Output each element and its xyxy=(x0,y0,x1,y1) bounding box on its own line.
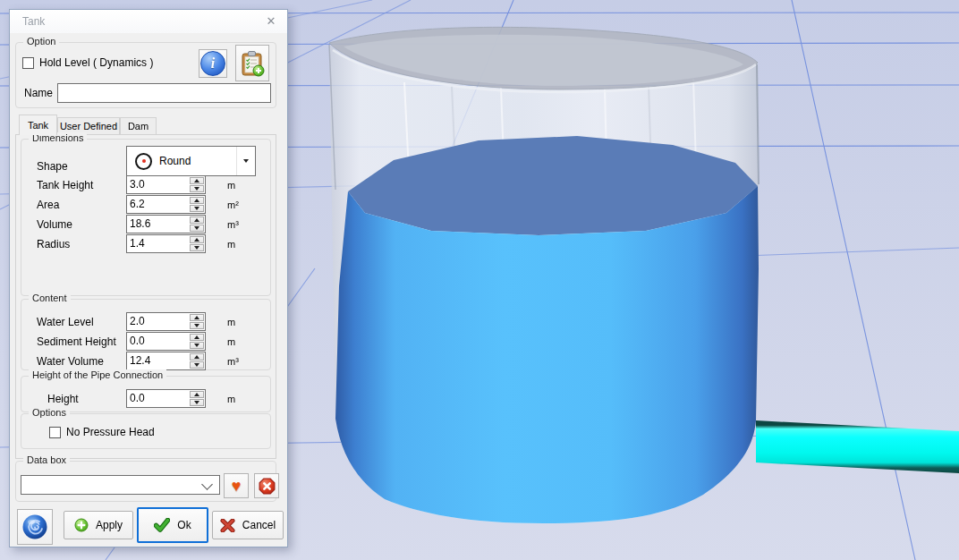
spin-down-icon[interactable] xyxy=(190,185,204,192)
no-pressure-head-checkbox[interactable] xyxy=(49,427,61,438)
globe-icon xyxy=(21,513,48,540)
water-body[interactable] xyxy=(335,186,759,523)
x-icon xyxy=(220,519,235,532)
heart-icon: ♥ xyxy=(232,478,242,494)
pipe-height-unit: m xyxy=(227,394,235,404)
radius-label: Radius xyxy=(37,238,70,250)
shape-dropdown[interactable]: Round xyxy=(126,146,256,176)
tank-height-label: Tank Height xyxy=(37,179,93,191)
water-level-unit: m xyxy=(227,317,235,327)
apply-button[interactable]: Apply xyxy=(64,511,133,539)
spin-down-icon[interactable] xyxy=(190,399,204,406)
spin-up-icon[interactable] xyxy=(190,314,204,321)
spin-down-icon[interactable] xyxy=(190,205,204,212)
dropdown-arrow-icon[interactable] xyxy=(236,147,255,175)
spin-up-icon[interactable] xyxy=(190,197,204,204)
radius-input[interactable]: 1.4 xyxy=(126,234,206,253)
pipe-connection-group-label: Height of the Pipe Connection xyxy=(29,369,166,380)
plus-icon xyxy=(74,518,89,532)
hold-level-checkbox[interactable] xyxy=(22,57,34,69)
radius-unit: m xyxy=(227,239,235,250)
dialog-titlebar[interactable]: Tank ✕ xyxy=(10,10,287,33)
cancel-button[interactable]: Cancel xyxy=(212,511,284,539)
tab-dam[interactable]: Dam xyxy=(120,117,157,135)
spin-up-icon[interactable] xyxy=(190,236,204,243)
tank-height-input[interactable]: 3.0 xyxy=(126,175,206,194)
water-volume-label: Water Volume xyxy=(37,355,104,368)
cancel-label: Cancel xyxy=(242,519,276,531)
spin-up-icon[interactable] xyxy=(190,216,204,224)
water-volume-input[interactable]: 12.4 xyxy=(126,352,206,370)
shape-value: Round xyxy=(159,155,236,167)
no-pressure-head-label: No Pressure Head xyxy=(66,426,155,438)
info-button[interactable]: i xyxy=(199,49,227,78)
databox-group-label: Data box xyxy=(23,454,70,465)
round-shape-icon xyxy=(135,153,152,170)
pipe-height-label: Height xyxy=(47,393,79,405)
area-input[interactable]: 6.2 xyxy=(126,195,206,214)
spin-down-icon[interactable] xyxy=(190,361,204,369)
name-label: Name xyxy=(24,87,53,99)
shape-label: Shape xyxy=(37,160,68,173)
close-icon[interactable]: ✕ xyxy=(263,13,279,30)
spin-up-icon[interactable] xyxy=(190,391,204,398)
check-icon xyxy=(154,518,170,532)
volume-label: Volume xyxy=(37,218,72,231)
clear-databox-button[interactable] xyxy=(254,473,279,498)
tank-height-unit: m xyxy=(227,180,235,191)
chevron-down-icon xyxy=(201,479,213,490)
volume-input[interactable]: 18.6 xyxy=(126,215,206,233)
spin-up-icon[interactable] xyxy=(190,353,204,361)
spin-up-icon[interactable] xyxy=(190,177,204,184)
area-label: Area xyxy=(37,199,59,211)
ok-button[interactable]: Ok xyxy=(137,507,208,543)
help-globe-button[interactable] xyxy=(17,509,53,545)
option-group-label: Option xyxy=(23,36,59,47)
add-report-button[interactable] xyxy=(235,45,269,81)
name-input[interactable] xyxy=(57,83,271,103)
application-window: Tank ✕ Option Hold Level ( Dynamics ) i xyxy=(0,0,959,560)
pipe-height-input[interactable]: 0.0 xyxy=(126,389,206,408)
databox-combobox[interactable] xyxy=(21,475,220,495)
hold-level-label: Hold Level ( Dynamics ) xyxy=(39,56,153,69)
spin-down-icon[interactable] xyxy=(190,244,204,251)
options-group-label: Options xyxy=(29,407,70,418)
tab-tank[interactable]: Tank xyxy=(19,115,57,135)
sediment-height-label: Sediment Height xyxy=(37,335,116,348)
ok-label: Ok xyxy=(177,519,191,531)
sediment-height-unit: m xyxy=(227,336,235,347)
content-group-label: Content xyxy=(29,293,71,303)
water-volume-unit: m³ xyxy=(227,356,239,367)
water-level-label: Water Level xyxy=(37,316,94,328)
info-icon: i xyxy=(200,51,225,76)
apply-label: Apply xyxy=(96,519,123,531)
tank-dialog: Tank ✕ Option Hold Level ( Dynamics ) i xyxy=(9,9,288,547)
dialog-title: Tank xyxy=(22,15,45,28)
area-unit: m² xyxy=(227,199,239,210)
spin-down-icon[interactable] xyxy=(190,225,204,232)
favorite-button[interactable]: ♥ xyxy=(224,473,249,498)
delete-icon xyxy=(259,478,276,495)
sediment-height-input[interactable]: 0.0 xyxy=(126,332,206,351)
volume-unit: m³ xyxy=(227,219,239,230)
spin-down-icon[interactable] xyxy=(190,322,204,329)
clipboard-add-icon xyxy=(240,50,265,77)
spin-up-icon[interactable] xyxy=(190,334,204,341)
spin-down-icon[interactable] xyxy=(190,342,204,349)
water-level-input[interactable]: 2.0 xyxy=(126,312,206,331)
